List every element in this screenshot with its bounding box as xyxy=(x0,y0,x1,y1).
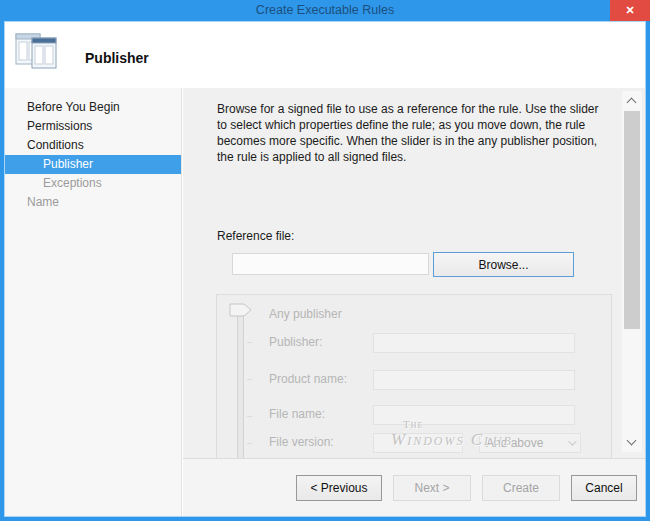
slider-tick xyxy=(247,416,252,417)
reference-file-label: Reference file: xyxy=(217,229,294,243)
sidebar-item-before-you-begin[interactable]: Before You Begin xyxy=(5,98,181,117)
slider-tick xyxy=(247,443,252,444)
publisher-properties-group: Any publisher Publisher: Product name: F… xyxy=(216,294,612,458)
slider-tick xyxy=(247,342,252,343)
create-executable-rules-dialog: Create Executable Rules ✕ Publisher Befo… xyxy=(0,0,650,521)
sidebar-item-publisher[interactable]: Publisher xyxy=(5,155,181,174)
any-publisher-label: Any publisher xyxy=(269,307,342,321)
sidebar-item-name[interactable]: Name xyxy=(5,193,181,212)
scroll-up-icon[interactable] xyxy=(627,98,637,108)
close-button[interactable]: ✕ xyxy=(610,0,650,21)
sidebar-item-exceptions[interactable]: Exceptions xyxy=(5,174,181,193)
cancel-button[interactable]: Cancel xyxy=(571,475,637,501)
wizard-windows-icon xyxy=(14,30,58,70)
scroll-down-icon[interactable] xyxy=(627,436,637,446)
close-icon: ✕ xyxy=(625,5,634,16)
publisher-label: Publisher: xyxy=(269,335,322,349)
product-name-label: Product name: xyxy=(269,372,347,386)
wizard-content: Browse for a signed file to use as a ref… xyxy=(183,88,645,458)
instructions-text: Browse for a signed file to use as a ref… xyxy=(217,101,601,165)
titlebar[interactable]: Create Executable Rules ✕ xyxy=(0,0,650,22)
slider-tick xyxy=(247,379,252,380)
create-button[interactable]: Create xyxy=(482,475,560,501)
browse-button[interactable]: Browse... xyxy=(433,252,574,277)
wizard-header: Publisher xyxy=(5,22,645,88)
next-button[interactable]: Next > xyxy=(393,475,471,501)
wizard-steps-sidebar: Before You Begin Permissions Conditions … xyxy=(5,88,182,516)
file-version-scope-value: And above xyxy=(486,436,543,450)
window-body: Publisher Before You Begin Permissions C… xyxy=(5,22,645,516)
wizard-footer: < Previous Next > Create Cancel xyxy=(183,458,645,516)
reference-file-input[interactable] xyxy=(232,253,429,275)
product-name-input xyxy=(373,370,575,390)
specificity-slider-thumb[interactable] xyxy=(229,303,253,317)
file-version-input xyxy=(373,433,463,453)
content-scrollbar[interactable] xyxy=(622,91,642,452)
file-version-label: File version: xyxy=(269,435,334,449)
previous-button[interactable]: < Previous xyxy=(296,475,382,501)
sidebar-item-permissions[interactable]: Permissions xyxy=(5,117,181,136)
chevron-down-icon xyxy=(568,437,576,445)
publisher-input xyxy=(373,333,575,353)
scrollbar-thumb[interactable] xyxy=(624,111,640,329)
specificity-slider-track[interactable] xyxy=(237,311,244,458)
file-name-label: File name: xyxy=(269,407,325,421)
file-version-scope-dropdown: And above xyxy=(479,433,581,453)
sidebar-item-conditions[interactable]: Conditions xyxy=(5,136,181,155)
window-title: Create Executable Rules xyxy=(0,3,650,17)
page-title: Publisher xyxy=(85,50,149,66)
file-name-input xyxy=(373,405,575,425)
